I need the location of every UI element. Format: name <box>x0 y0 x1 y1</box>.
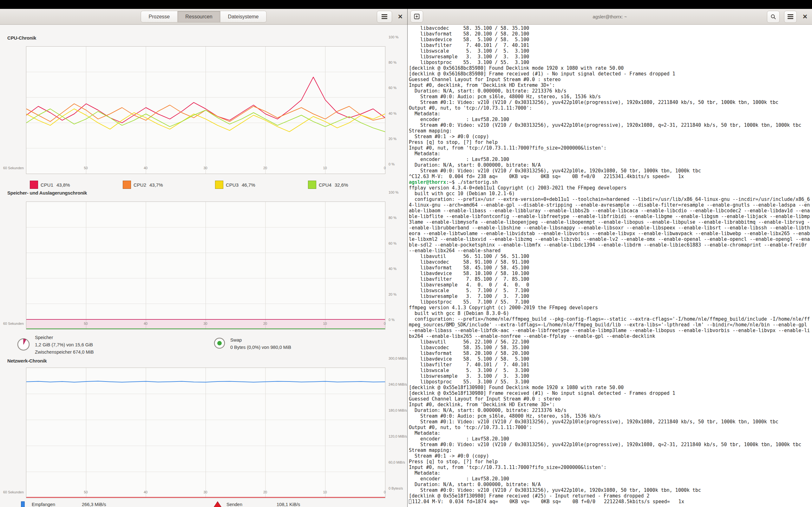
terminal-line: libavfilter 7. 40.101 / 7. 40.101 <box>409 362 812 368</box>
cpu-legend-item: CPU346,7% <box>215 180 255 189</box>
terminal-line: Metadata: <box>409 430 812 436</box>
y-axis-tick: 100 % <box>389 190 398 194</box>
x-axis-tick: 60 Sekunden <box>3 166 24 170</box>
y-axis-tick: 300,0 MiB/s <box>389 356 407 360</box>
terminal-line: Stream #0:1 -> #0:0 (copy) <box>409 453 812 459</box>
tab-ressourcen[interactable]: Ressourcen <box>177 11 220 22</box>
y-axis-tick: 40 % <box>389 267 397 271</box>
x-axis-tick: 20 <box>263 322 267 326</box>
terminal-line: libavformat 58. 20.100 / 58. 20.100 <box>409 31 812 37</box>
x-axis-tick: 0 <box>384 490 386 494</box>
terminal-line: Metadata: <box>409 151 812 157</box>
terminal-line: ble-sdl2 --enable-pocketsphinx --enable-… <box>409 242 812 248</box>
x-axis-tick: 60 Sekunden <box>3 490 24 494</box>
x-axis-tick: 0 <box>384 322 386 326</box>
terminal-line: libswscale 5. 7.100 / 5. 7.100 <box>409 288 812 293</box>
terminal-line: encoder : Lavf58.20.100 <box>409 117 812 122</box>
terminal-title: agsler@thorrx: ~ <box>408 9 812 24</box>
terminal-line: libpostproc 55. 7.100 / 55. 7.100 <box>409 299 812 305</box>
terminal-line: libavformat 58. 45.100 / 58. 45.100 <box>409 265 812 271</box>
terminal-output[interactable]: libavcodec 58. 35.100 / 58. 35.100 libav… <box>408 25 812 507</box>
terminal-line: libavdevice 58. 5.100 / 58. 5.100 <box>409 356 812 362</box>
memory-section-title: Speicher- und Auslagerungschronik <box>7 190 87 195</box>
x-axis-tick: 0 <box>384 166 386 170</box>
terminal-line: encoder : Lavf58.20.100 <box>409 436 812 442</box>
receive-rate: 266,3 MiB/s <box>82 501 106 507</box>
terminal-line: libpostproc 55. 3.100 / 55. 3.100 <box>409 379 812 385</box>
terminal-line: libswscale 5. 3.100 / 5. 3.100 <box>409 368 812 373</box>
terminal-line: Guessed Channel Layout for Input Stream … <box>409 396 812 402</box>
terminal-line: le-libxml2 --enable-libxvid --enable-lib… <box>409 236 812 242</box>
memory-title: Speicher <box>35 334 94 341</box>
terminal-line: bx264 --enable-libx265 --enable-nonfree … <box>409 333 812 339</box>
terminal-line: built with gcc 10 (Debian 10.2.1-6) <box>409 191 812 196</box>
terminal-line: Stream #0:1 -> #0:0 (copy) <box>409 134 812 139</box>
y-axis-tick: 80 % <box>389 60 397 64</box>
tab-dateisysteme[interactable]: Dateisysteme <box>220 11 267 22</box>
send-label: Senden <box>226 501 274 507</box>
legend-swatch <box>30 181 38 189</box>
y-axis-tick: 20 % <box>389 137 397 141</box>
swap-title: Swap <box>230 337 291 344</box>
primary-menu-button[interactable] <box>377 11 392 23</box>
x-axis-tick: 40 <box>144 166 148 170</box>
terminal-line: Duration: N/A, start: 0.000000, bitrate:… <box>409 88 812 94</box>
terminal-line: Output #0, nut, to 'tcp://10.73.1.11:700… <box>409 425 812 430</box>
legend-label: CPU3 <box>226 182 239 187</box>
terminal-line: libavcodec 58. 35.100 / 58. 35.100 <box>409 345 812 350</box>
terminal-menu-button[interactable] <box>784 11 797 23</box>
terminal-line: ble-libflite --enable-libfontconfig --en… <box>409 214 812 219</box>
screen: ProzesseRessourcenDateisysteme ✕ CPU-Chr… <box>0 0 812 507</box>
legend-label: CPU1 <box>41 182 53 187</box>
terminal-line: Duration: N/A, start: 0.000000, bitrate:… <box>409 407 812 413</box>
terminal-line: [decklink @ 0x55e18f130980] Found Deckli… <box>409 385 812 390</box>
terminal-line: [decklink @ 0x55e18f130980] Frame receiv… <box>409 493 812 499</box>
cpu-chart <box>26 46 386 174</box>
terminal-line: agsler@thorrx:~$ ./startorig.sh <box>409 179 812 185</box>
window-close-button[interactable]: ✕ <box>397 14 404 20</box>
x-axis-tick: 30 <box>203 322 207 326</box>
terminal-line: Press [q] to stop, [?] for help <box>409 459 812 464</box>
legend-swatch <box>215 181 223 189</box>
terminal-line: ^C12.63 M-V: 0.004 fd= 238 aq= 0KB vq= 0… <box>409 174 812 179</box>
y-axis-tick: 60 % <box>389 86 397 90</box>
x-axis-tick: 50 <box>84 166 88 170</box>
terminal-line: encoder : Lavf58.20.100 <box>409 476 812 482</box>
tab-prozesse[interactable]: Prozesse <box>141 11 178 22</box>
terminal-line: libavutil 56. 22.100 / 56. 22.100 <box>409 339 812 345</box>
terminal-line: Guessed Channel Layout for Input Stream … <box>409 77 812 82</box>
prompt-user-host: agsler@thorrx <box>409 179 446 185</box>
system-monitor-window: ProzesseRessourcenDateisysteme ✕ CPU-Chr… <box>0 9 407 507</box>
terminal-line: Press [q] to stop, [?] for help <box>409 139 812 145</box>
download-arrow-icon <box>18 501 27 507</box>
legend-label: CPU2 <box>134 182 146 187</box>
terminal-line: --enable-libx264 --enable-shared <box>409 248 812 253</box>
x-axis-tick: 20 <box>263 166 267 170</box>
top-black-bar <box>0 0 812 9</box>
swap-usage: 0 Bytes (0,0%) von 980,0 MiB <box>230 344 291 351</box>
y-axis-tick: 240,0 MiB/s <box>389 383 407 386</box>
terminal-line: Metadata: <box>409 111 812 117</box>
legend-value: 46,7% <box>242 182 255 187</box>
terminal-line: libavcodec 58. 35.100 / 58. 35.100 <box>409 25 812 31</box>
terminal-line: libswresample 3. 7.100 / 3. 7.100 <box>409 293 812 299</box>
y-axis-tick: 60,0 MiB/s <box>389 460 405 464</box>
x-axis-tick: 10 <box>323 166 327 170</box>
terminal-line: [decklink @ 0x56168bc85980] Frame receiv… <box>409 71 812 77</box>
hamburger-icon <box>788 16 793 17</box>
terminal-close-button[interactable]: ✕ <box>801 14 809 20</box>
terminal-line: libavfilter 7. 85.100 / 7. 85.100 <box>409 276 812 282</box>
terminal-line: ffmpeg version 4.1.3 Copyright (c) 2000-… <box>409 305 812 311</box>
x-axis-tick: 50 <box>84 490 88 494</box>
terminal-line: configuration: --prefix=/usr --extra-ver… <box>409 196 812 202</box>
terminal-line: libswresample 3. 3.100 / 3. 3.100 <box>409 373 812 379</box>
terminal-line: mpeg_sources/BMD_SDK/include' --extra-ld… <box>409 322 812 328</box>
y-axis-tick: 40 % <box>389 112 397 115</box>
x-axis-tick: 50 <box>84 322 88 326</box>
terminal-line: Output #0, nut, to 'tcp://10.73.1.11:700… <box>409 105 812 111</box>
terminal-line: libavcodec 58. 91.100 / 58. 91.100 <box>409 259 812 265</box>
memory-cache: Zwischenspeicher 674,0 MiB <box>35 349 94 356</box>
search-button[interactable] <box>767 11 780 23</box>
x-axis-tick: 20 <box>263 490 267 494</box>
terminal-line: Stream mapping: <box>409 447 812 453</box>
